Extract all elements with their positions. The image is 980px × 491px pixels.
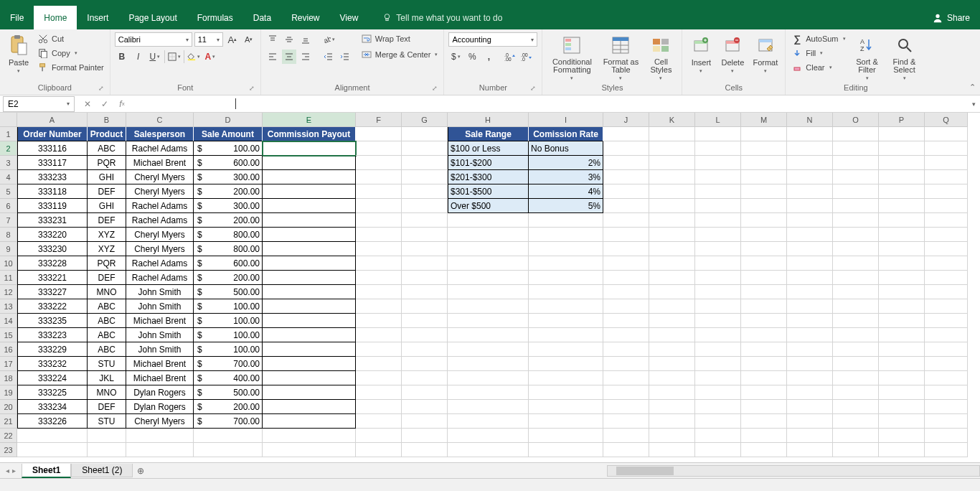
- cell-P22[interactable]: [879, 429, 925, 443]
- cell-F14[interactable]: [356, 314, 402, 328]
- cell-D19[interactable]: $500.00: [194, 385, 263, 400]
- cell-J11[interactable]: [603, 271, 649, 285]
- cell-K2[interactable]: [649, 141, 695, 156]
- cell-O19[interactable]: [833, 385, 879, 400]
- cell-J22[interactable]: [603, 429, 649, 443]
- tab-home[interactable]: Home: [34, 6, 77, 29]
- cell-F13[interactable]: [356, 299, 402, 314]
- cell-M22[interactable]: [741, 429, 787, 443]
- increase-indent-button[interactable]: [338, 50, 352, 64]
- cell-A19[interactable]: 333225: [17, 385, 88, 400]
- cell-H2[interactable]: $100 or Less: [448, 141, 529, 156]
- cell-B2[interactable]: ABC: [88, 141, 126, 156]
- copy-button[interactable]: Copy▾: [36, 47, 105, 60]
- cell-L10[interactable]: [695, 256, 741, 271]
- cell-C19[interactable]: Dylan Rogers: [126, 385, 194, 400]
- cell-K17[interactable]: [649, 357, 695, 371]
- cell-A17[interactable]: 333232: [17, 357, 88, 371]
- cell-H16[interactable]: [448, 342, 529, 357]
- cell-L7[interactable]: [695, 213, 741, 228]
- cell-D8[interactable]: $800.00: [194, 228, 263, 242]
- cell-J19[interactable]: [603, 385, 649, 400]
- borders-button[interactable]: [167, 50, 182, 64]
- cell-Q22[interactable]: [925, 429, 968, 443]
- cell-P13[interactable]: [879, 299, 925, 314]
- cell-P11[interactable]: [879, 271, 925, 285]
- cell-O12[interactable]: [833, 285, 879, 299]
- cell-Q2[interactable]: [925, 141, 968, 156]
- col-header-P[interactable]: P: [879, 113, 925, 127]
- cell-N23[interactable]: [787, 443, 833, 457]
- insert-function-button[interactable]: fx: [115, 97, 129, 111]
- cell-H13[interactable]: [448, 299, 529, 314]
- cell-H1[interactable]: Sale Range: [448, 127, 529, 141]
- tell-me[interactable]: Tell me what you want to do: [368, 6, 502, 29]
- cell-O9[interactable]: [833, 242, 879, 256]
- cell-K13[interactable]: [649, 299, 695, 314]
- align-center-button[interactable]: [282, 50, 296, 64]
- cell-C2[interactable]: Rachel Adams: [126, 141, 194, 156]
- col-header-N[interactable]: N: [787, 113, 833, 127]
- cell-A13[interactable]: 333222: [17, 299, 88, 314]
- col-header-L[interactable]: L: [695, 113, 741, 127]
- cell-Q17[interactable]: [925, 357, 968, 371]
- cell-G23[interactable]: [402, 443, 448, 457]
- cell-G8[interactable]: [402, 228, 448, 242]
- cell-B8[interactable]: XYZ: [88, 228, 126, 242]
- cell-J2[interactable]: [603, 141, 649, 156]
- cell-A8[interactable]: 333220: [17, 228, 88, 242]
- bold-button[interactable]: B: [115, 50, 129, 64]
- font-color-button[interactable]: A: [203, 50, 217, 64]
- cell-K16[interactable]: [649, 342, 695, 357]
- cell-M6[interactable]: [741, 199, 787, 213]
- cell-P6[interactable]: [879, 199, 925, 213]
- cell-Q19[interactable]: [925, 385, 968, 400]
- row-header-18[interactable]: 18: [0, 371, 17, 385]
- cell-B19[interactable]: MNO: [88, 385, 126, 400]
- cell-L9[interactable]: [695, 242, 741, 256]
- cell-B11[interactable]: DEF: [88, 271, 126, 285]
- cell-C20[interactable]: Dylan Rogers: [126, 400, 194, 414]
- col-header-E[interactable]: E: [263, 113, 356, 127]
- cell-B7[interactable]: DEF: [88, 213, 126, 228]
- cell-C15[interactable]: John Smith: [126, 328, 194, 342]
- cell-J14[interactable]: [603, 314, 649, 328]
- cell-D17[interactable]: $700.00: [194, 357, 263, 371]
- cell-G14[interactable]: [402, 314, 448, 328]
- cell-D14[interactable]: $100.00: [194, 314, 263, 328]
- formula-input[interactable]: [135, 96, 967, 112]
- collapse-ribbon-button[interactable]: ⌃: [969, 83, 976, 92]
- cell-H7[interactable]: [448, 213, 529, 228]
- cell-I22[interactable]: [529, 429, 603, 443]
- cell-F18[interactable]: [356, 371, 402, 385]
- cell-D6[interactable]: $300.00: [194, 199, 263, 213]
- cell-L8[interactable]: [695, 228, 741, 242]
- conditional-formatting-button[interactable]: Conditional Formatting▾: [547, 32, 597, 83]
- cell-E2[interactable]: [263, 141, 356, 156]
- cell-M10[interactable]: [741, 256, 787, 271]
- cell-Q23[interactable]: [925, 443, 968, 457]
- cell-K14[interactable]: [649, 314, 695, 328]
- cell-E9[interactable]: [263, 242, 356, 256]
- merge-center-button[interactable]: Merge & Center▾: [359, 48, 440, 61]
- cell-O13[interactable]: [833, 299, 879, 314]
- increase-decimal-button[interactable]: .0.00: [503, 50, 517, 64]
- cell-J5[interactable]: [603, 184, 649, 199]
- tab-data[interactable]: Data: [243, 6, 281, 29]
- cell-H6[interactable]: Over $500: [448, 199, 529, 213]
- cell-P10[interactable]: [879, 256, 925, 271]
- shrink-font-button[interactable]: A▾: [242, 32, 256, 47]
- cell-P1[interactable]: [879, 127, 925, 141]
- cell-M23[interactable]: [741, 443, 787, 457]
- cell-O1[interactable]: [833, 127, 879, 141]
- cell-C23[interactable]: [126, 443, 194, 457]
- cell-G6[interactable]: [402, 199, 448, 213]
- cell-I16[interactable]: [529, 342, 603, 357]
- cell-C13[interactable]: John Smith: [126, 299, 194, 314]
- decrease-decimal-button[interactable]: .00.0: [519, 50, 534, 64]
- cell-P19[interactable]: [879, 385, 925, 400]
- cell-M14[interactable]: [741, 314, 787, 328]
- cell-I10[interactable]: [529, 256, 603, 271]
- cell-N7[interactable]: [787, 213, 833, 228]
- cell-L16[interactable]: [695, 342, 741, 357]
